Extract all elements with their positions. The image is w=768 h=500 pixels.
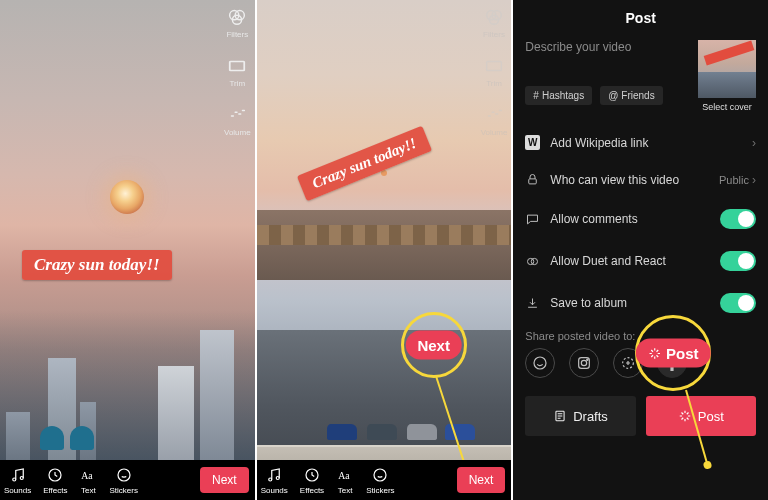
row-wikipedia-label: Add Wikipedia link [550, 136, 648, 150]
row-wikipedia[interactable]: W Add Wikipedia link › [513, 124, 768, 161]
svg-text:Aa: Aa [82, 469, 94, 480]
describe-section: Describe your video #Hashtags @Friends S… [513, 40, 768, 124]
describe-field[interactable]: Describe your video #Hashtags @Friends [525, 40, 688, 112]
chevron-right-icon: › [752, 136, 756, 150]
music-icon [265, 466, 283, 484]
duet-toggle[interactable] [720, 251, 756, 271]
svg-point-23 [582, 360, 587, 365]
text-tool[interactable]: Aa Text [79, 466, 97, 495]
text-icon: Aa [336, 466, 354, 484]
drafts-button[interactable]: Drafts [525, 396, 635, 436]
filters-icon [226, 6, 248, 28]
hashtags-button[interactable]: #Hashtags [525, 86, 592, 105]
row-duet: Allow Duet and React [513, 240, 768, 282]
cover-thumbnail [698, 40, 756, 98]
row-comments: Allow comments [513, 198, 768, 240]
describe-placeholder: Describe your video [525, 40, 688, 54]
svg-point-21 [534, 357, 546, 369]
side-tools: Filters Trim Volume [224, 6, 251, 137]
filters-label: Filters [226, 30, 248, 39]
svg-rect-3 [230, 61, 245, 70]
text-sticker[interactable]: Crazy sun today!! [22, 250, 172, 280]
share-instagram[interactable] [569, 348, 599, 378]
volume-tool[interactable]: Volume [224, 104, 251, 137]
svg-point-17 [374, 469, 386, 481]
svg-text:Aa: Aa [338, 469, 350, 480]
friends-button[interactable]: @Friends [600, 86, 663, 105]
svg-rect-12 [487, 61, 502, 70]
editor-screen-1: Crazy sun today!! Filters Trim Volume So… [0, 0, 255, 500]
effects-label: Effects [43, 486, 67, 495]
row-save: Save to album [513, 282, 768, 324]
row-visibility[interactable]: Who can view this video Public › [513, 161, 768, 198]
trim-tool[interactable]: Trim [481, 55, 508, 88]
row-comments-label: Allow comments [550, 212, 637, 226]
volume-label: Volume [224, 128, 251, 137]
at-icon: @ [608, 90, 618, 101]
drafts-icon [553, 409, 567, 423]
download-icon [525, 296, 540, 311]
cover-selector[interactable]: Select cover [698, 40, 756, 112]
svg-point-8 [118, 469, 130, 481]
stickers-tool[interactable]: Stickers [366, 466, 394, 495]
post-label: Post [698, 409, 724, 424]
save-toggle[interactable] [720, 293, 756, 313]
facebook-icon [667, 355, 677, 371]
clock-icon [303, 466, 321, 484]
comments-toggle[interactable] [720, 209, 756, 229]
chevron-right-icon: › [752, 173, 756, 187]
share-stories[interactable] [613, 348, 643, 378]
text-label: Text [81, 486, 96, 495]
wikipedia-icon: W [525, 135, 540, 150]
share-row [513, 348, 768, 388]
smile-icon [115, 466, 133, 484]
effects-tool[interactable]: Effects [300, 466, 324, 495]
lock-icon [525, 172, 540, 187]
svg-point-13 [269, 478, 272, 481]
instagram-icon [576, 355, 592, 371]
share-label: Share posted video to: [513, 324, 768, 348]
sun-graphic [110, 180, 144, 214]
bottom-toolbar: Sounds Effects Aa Text Stickers Next [257, 460, 512, 500]
hash-icon: # [533, 90, 539, 101]
effects-tool[interactable]: Effects [43, 466, 67, 495]
editor-screen-2: Crazy sun today!! Filters Trim Volume Ne… [257, 0, 512, 500]
next-button[interactable]: Next [200, 467, 249, 493]
post-button[interactable]: Post [646, 396, 756, 436]
page-title: Post [513, 0, 768, 40]
visibility-value: Public › [719, 173, 756, 187]
bottom-toolbar: Sounds Effects Aa Text Stickers Next [0, 460, 255, 500]
whatsapp-icon [532, 355, 548, 371]
post-screen: Post Describe your video #Hashtags @Frie… [513, 0, 768, 500]
comment-icon [525, 212, 540, 227]
sounds-label: Sounds [4, 486, 31, 495]
svg-rect-18 [529, 179, 537, 184]
select-cover-label: Select cover [702, 102, 752, 112]
sounds-tool[interactable]: Sounds [4, 466, 31, 495]
row-save-label: Save to album [550, 296, 627, 310]
smile-icon [371, 466, 389, 484]
clock-icon [46, 466, 64, 484]
sparkle-icon [678, 409, 692, 423]
volume-icon [483, 104, 505, 126]
svg-point-24 [587, 359, 588, 360]
volume-icon [226, 104, 248, 126]
stickers-label: Stickers [109, 486, 137, 495]
text-icon: Aa [79, 466, 97, 484]
trim-tool[interactable]: Trim [224, 55, 251, 88]
trim-icon [483, 55, 505, 77]
svg-point-5 [20, 476, 23, 479]
svg-point-4 [12, 478, 15, 481]
next-button[interactable]: Next [457, 467, 506, 493]
sounds-tool[interactable]: Sounds [261, 466, 288, 495]
share-whatsapp[interactable] [525, 348, 555, 378]
filters-tool[interactable]: Filters [224, 6, 251, 39]
stickers-tool[interactable]: Stickers [109, 466, 137, 495]
text-tool[interactable]: Aa Text [336, 466, 354, 495]
trim-icon [226, 55, 248, 77]
music-icon [9, 466, 27, 484]
volume-tool[interactable]: Volume [481, 104, 508, 137]
filters-tool[interactable]: Filters [481, 6, 508, 39]
side-tools: Filters Trim Volume [481, 6, 508, 137]
share-facebook[interactable] [657, 348, 687, 378]
